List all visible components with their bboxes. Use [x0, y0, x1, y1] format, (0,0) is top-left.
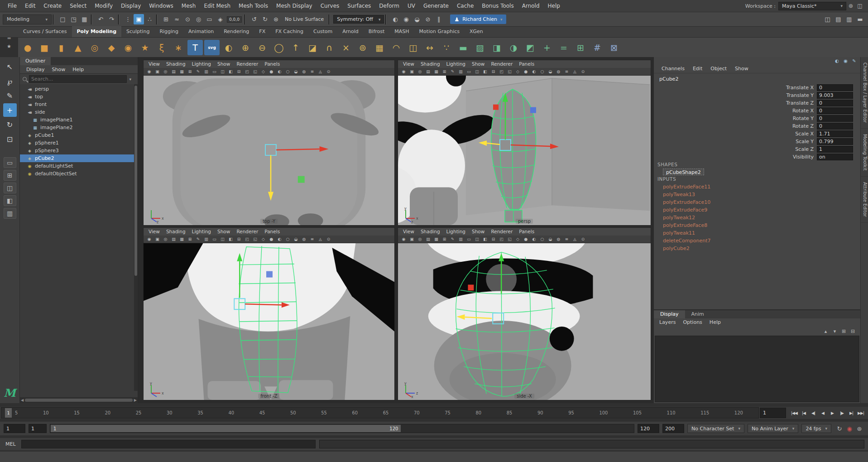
shading[interactable]: Shading — [163, 228, 189, 236]
isolate-select-icon[interactable]: ⊙ — [579, 69, 587, 74]
gate-mask-icon[interactable]: ◧ — [481, 237, 489, 241]
attribute-editor[interactable]: Attribute Editor — [861, 177, 868, 223]
motion-blur-icon[interactable]: ≡ — [563, 237, 571, 241]
mesh-tools[interactable]: Mesh Tools — [235, 0, 272, 12]
poly-platonic-icon[interactable]: ★ — [137, 40, 153, 55]
show[interactable]: Show — [214, 228, 233, 236]
snap-to-projected-center-icon[interactable]: ◎ — [193, 14, 204, 24]
grid-icon[interactable]: ▥ — [202, 237, 210, 241]
separate-icon[interactable]: ⊖ — [254, 40, 270, 55]
hypershade-persp-layout-icon[interactable]: ▥ — [4, 208, 16, 219]
panels[interactable]: Panels — [261, 228, 283, 236]
ipr-render-icon[interactable]: ◒ — [412, 14, 422, 24]
textured-mode-icon[interactable]: ◐ — [276, 69, 283, 74]
poly-cylinder-icon[interactable]: ▮ — [53, 40, 69, 55]
cache[interactable]: Cache — [453, 0, 478, 12]
grease-pencil-icon[interactable]: ✎ — [194, 237, 202, 241]
select-component-mode-icon[interactable]: ∴ — [144, 14, 155, 24]
use-all-lights-icon[interactable]: ○ — [284, 69, 292, 74]
move-layer-up-icon[interactable]: ▴ — [822, 327, 830, 335]
pause-viewport-icon[interactable]: ∥ — [433, 14, 444, 24]
camera-attributes-icon[interactable]: ◎ — [416, 237, 424, 241]
renderer[interactable]: Renderer — [488, 60, 516, 68]
uv-cut-icon[interactable]: + — [539, 40, 555, 55]
boolean-union-icon[interactable]: ◐ — [221, 40, 236, 55]
textured-mode-icon[interactable]: ◐ — [530, 69, 538, 74]
motion-blur-icon[interactable]: ≡ — [563, 69, 571, 74]
lock-camera-icon[interactable]: ▣ — [153, 69, 161, 74]
windows[interactable]: Windows — [145, 0, 177, 12]
sculpting[interactable]: Sculpting — [121, 26, 154, 37]
layers[interactable]: Layers — [656, 318, 679, 327]
modify[interactable]: Modify — [91, 0, 117, 12]
display[interactable]: Display — [117, 0, 145, 12]
curves[interactable]: Curves — [317, 0, 344, 12]
poly-disc-icon[interactable]: ◉ — [120, 40, 136, 55]
safe-action-icon[interactable]: ◰ — [243, 69, 251, 74]
isolate-select-icon[interactable]: ⊙ — [325, 69, 332, 74]
file[interactable]: File — [4, 0, 21, 12]
scrollbar-thumb[interactable] — [25, 399, 133, 402]
safe-title-icon[interactable]: ◱ — [251, 69, 259, 74]
resolution-gate-icon[interactable]: ◫ — [219, 69, 226, 74]
svg-tool-icon[interactable]: svg — [204, 40, 220, 55]
channel-attr-value[interactable]: 9.003 — [817, 92, 853, 99]
status-divider[interactable] — [53, 14, 56, 24]
channel-attr-value[interactable]: on — [817, 154, 853, 160]
snap-to-grid-icon[interactable]: ⊞ — [161, 14, 171, 24]
bifrost[interactable]: Bifrost — [364, 26, 390, 37]
renderer[interactable]: Renderer — [233, 228, 261, 236]
bookmark-icon[interactable]: ▤ — [170, 237, 177, 241]
anim-layer-dropdown[interactable]: No Anim Layer ▾ — [748, 424, 798, 433]
lasso-tool-icon[interactable]: ℘ — [3, 74, 17, 88]
outliner-horizontal-scrollbar[interactable]: ◀ ▶ — [20, 397, 138, 403]
shadows-icon[interactable]: ◒ — [547, 237, 554, 241]
gate-mask-icon[interactable]: ◧ — [227, 69, 235, 74]
status-divider[interactable] — [118, 14, 121, 24]
multi-cut-icon[interactable]: × — [338, 40, 354, 55]
combine-icon[interactable]: ⊕ — [238, 40, 253, 55]
polytweak13[interactable]: polyTweak13 — [654, 191, 860, 198]
edit[interactable]: Edit — [689, 64, 706, 73]
play-forwards-button[interactable]: ▶ — [828, 409, 837, 418]
render-view-icon[interactable]: ◐ — [390, 14, 400, 24]
display[interactable]: Display — [654, 310, 685, 318]
animation-end-field[interactable]: 200 — [662, 424, 684, 433]
step-back-frame-button[interactable]: |◀ — [799, 409, 808, 418]
image-plane-icon[interactable]: ▦ — [178, 69, 186, 74]
bevel-icon[interactable]: ◪ — [305, 40, 320, 55]
channel-attr-label[interactable]: Translate X — [786, 85, 814, 91]
imageplane1[interactable]: imagePlane1 — [20, 116, 138, 124]
gate-mask-icon[interactable]: ◧ — [481, 69, 489, 74]
channel-stats-icon[interactable]: ◐ — [834, 58, 840, 64]
occlusion-icon[interactable]: ◍ — [555, 237, 562, 241]
toggle-titlebar-icon[interactable]: ▬ — [855, 14, 865, 24]
occlusion-icon[interactable]: ◍ — [300, 69, 308, 74]
view[interactable]: View — [145, 60, 163, 68]
quad-draw-icon[interactable]: ▦ — [372, 40, 387, 55]
single-pane-layout-icon[interactable]: ▭ — [4, 157, 16, 168]
workspace-layout-icon[interactable]: ◫ — [855, 1, 864, 10]
channel-attr-value[interactable]: 0 — [817, 115, 853, 122]
arnold[interactable]: Arnold — [337, 26, 364, 37]
isolate-select-icon[interactable]: ⊙ — [325, 237, 332, 241]
playback-start-field[interactable]: 1 — [29, 424, 47, 433]
shaded-mode-icon[interactable]: ● — [268, 237, 275, 241]
viewport-canvas-side[interactable]: z y x side -X — [398, 243, 651, 400]
polytweak12[interactable]: polyTweak12 — [654, 214, 860, 221]
character-set-dropdown[interactable]: No Character Set ▾ — [687, 424, 744, 433]
motion-graphics[interactable]: Motion Graphics — [414, 26, 465, 37]
animation-start-field[interactable]: 1 — [4, 424, 25, 433]
save-scene-icon[interactable]: ▦ — [79, 14, 90, 24]
current-frame-field[interactable]: 1 — [760, 408, 786, 418]
rendering[interactable]: Rendering — [219, 26, 254, 37]
help[interactable]: Help — [69, 65, 87, 74]
step-back-key-button[interactable]: ◀| — [809, 409, 818, 418]
channel-attr-label[interactable]: Rotate Z — [792, 123, 814, 129]
bonus-tools[interactable]: Bonus Tools — [478, 0, 518, 12]
select-camera-icon[interactable]: ◉ — [400, 69, 408, 74]
average-vertices-icon[interactable]: ∵ — [439, 40, 454, 55]
workspace-settings-icon[interactable]: ⊛ — [846, 1, 855, 10]
arnold[interactable]: Arnold — [518, 0, 544, 12]
use-all-lights-icon[interactable]: ○ — [538, 237, 546, 241]
